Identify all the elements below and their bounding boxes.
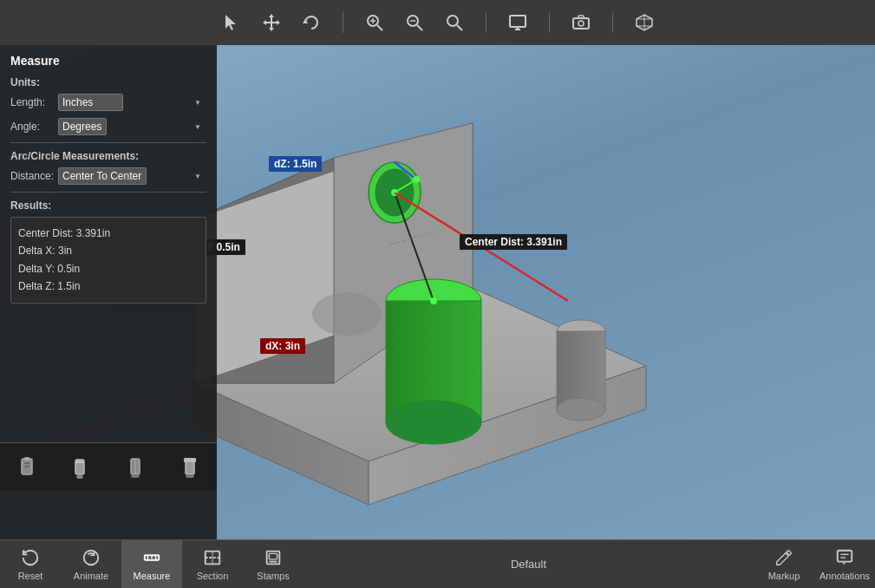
angle-row: Angle: Degrees Radians: [10, 118, 206, 135]
arc-circle-label: Arc/Circle Measurements:: [10, 150, 206, 162]
svg-point-62: [186, 474, 194, 478]
toolbar-separator-3: [549, 12, 550, 33]
result-delta-z: Delta Z: 1.5in: [18, 278, 199, 295]
panel-icon-1[interactable]: [5, 455, 49, 480]
panel-icon-3[interactable]: [114, 455, 157, 480]
results-label: Results:: [10, 199, 206, 212]
svg-rect-17: [510, 16, 526, 27]
divider-2: [10, 192, 206, 193]
svg-point-21: [578, 21, 584, 26]
animate-button[interactable]: Animate: [61, 540, 121, 589]
svg-rect-52: [24, 462, 29, 464]
length-row: Length: Inches Feet Millimeters Centimet…: [10, 94, 206, 111]
svg-line-16: [457, 25, 462, 30]
length-select[interactable]: Inches Feet Millimeters Centimeters Mete…: [58, 94, 123, 111]
svg-marker-4: [269, 28, 274, 31]
angle-label: Angle:: [10, 121, 58, 133]
panel-icon-2[interactable]: [60, 455, 103, 480]
svg-point-33: [312, 292, 382, 336]
svg-rect-53: [24, 466, 29, 467]
svg-rect-22: [578, 16, 584, 18]
measure-title: Measure: [10, 54, 206, 68]
dx-label: dX: 3in: [260, 338, 305, 354]
status-bar: Default: [304, 558, 754, 571]
distance-select[interactable]: Center To Center Edge To Edge Center To …: [58, 167, 147, 185]
move-icon[interactable]: [259, 10, 284, 35]
svg-rect-60: [186, 461, 194, 474]
result-center-dist: Center Dist: 3.391in: [18, 225, 199, 242]
distance-label: Distance:: [10, 170, 58, 182]
svg-line-13: [417, 25, 422, 30]
angle-select-wrapper[interactable]: Degrees Radians: [58, 118, 206, 135]
distance-row: Distance: Center To Center Edge To Edge …: [10, 167, 206, 185]
distance-select-wrapper[interactable]: Center To Center Edge To Edge Center To …: [58, 167, 206, 185]
measure-button[interactable]: Measure: [121, 540, 182, 589]
section-button[interactable]: Section: [182, 540, 243, 589]
camera-icon[interactable]: [569, 10, 593, 35]
zoom-window-icon[interactable]: [362, 10, 387, 35]
toolbar-separator-1: [343, 12, 343, 33]
top-toolbar: [0, 0, 875, 45]
angle-select[interactable]: Degrees Radians: [58, 118, 107, 135]
svg-rect-55: [75, 460, 84, 463]
reset-button[interactable]: Reset: [0, 540, 61, 589]
markup-button[interactable]: Markup: [754, 540, 814, 589]
center-dist-label: Center Dist: 3.391in: [460, 234, 567, 250]
divider-1: [10, 142, 206, 143]
panel-icon-4[interactable]: [168, 455, 212, 480]
dz-label: dZ: 1.5in: [269, 156, 322, 172]
toolbar-separator-4: [612, 12, 613, 33]
select-icon[interactable]: [219, 10, 244, 35]
svg-point-15: [447, 16, 458, 26]
measure-label: Measure: [134, 571, 171, 581]
svg-line-9: [377, 25, 382, 30]
annotations-label: Annotations: [819, 571, 870, 581]
panel-bottom-icons: [0, 442, 217, 491]
svg-rect-74: [838, 550, 852, 561]
stamps-label: Stamps: [257, 571, 289, 581]
svg-point-59: [131, 474, 140, 478]
section-label: Section: [197, 571, 229, 581]
svg-marker-77: [843, 562, 846, 565]
cube-icon[interactable]: [632, 10, 656, 35]
svg-marker-7: [303, 19, 308, 23]
units-label: Units:: [10, 76, 206, 88]
length-label: Length:: [10, 96, 58, 108]
zoom-out-icon[interactable]: [402, 10, 427, 35]
result-delta-x: Delta X: 3in: [18, 242, 199, 259]
svg-point-56: [76, 475, 83, 479]
bottom-toolbar: Reset Animate Measure Section: [0, 539, 875, 588]
monitor-icon[interactable]: [506, 10, 530, 35]
animate-label: Animate: [74, 571, 108, 581]
svg-marker-0: [225, 15, 236, 30]
svg-point-36: [386, 401, 481, 444]
left-panel: Measure Units: Length: Inches Feet Milli…: [0, 45, 217, 539]
svg-rect-20: [573, 18, 589, 29]
toolbar-separator-2: [486, 12, 486, 33]
svg-marker-5: [263, 20, 266, 25]
annotations-button[interactable]: Annotations: [814, 540, 875, 589]
svg-rect-72: [269, 553, 277, 559]
svg-point-39: [557, 398, 605, 421]
svg-marker-6: [277, 20, 280, 25]
length-select-wrapper[interactable]: Inches Feet Millimeters Centimeters Mete…: [58, 94, 206, 111]
right-buttons: Markup Annotations: [754, 540, 875, 589]
markup-label: Markup: [768, 571, 800, 581]
result-delta-y: Delta Y: 0.5in: [18, 260, 199, 278]
results-box: Center Dist: 3.391in Delta X: 3in Delta …: [10, 217, 206, 304]
rotate-icon[interactable]: [299, 10, 323, 35]
reset-label: Reset: [18, 571, 43, 581]
svg-rect-61: [184, 458, 196, 462]
svg-point-51: [23, 457, 30, 461]
svg-point-46: [430, 297, 437, 304]
zoom-fit-icon[interactable]: [442, 10, 467, 35]
svg-marker-3: [269, 14, 274, 17]
stamps-button[interactable]: Stamps: [243, 540, 304, 589]
